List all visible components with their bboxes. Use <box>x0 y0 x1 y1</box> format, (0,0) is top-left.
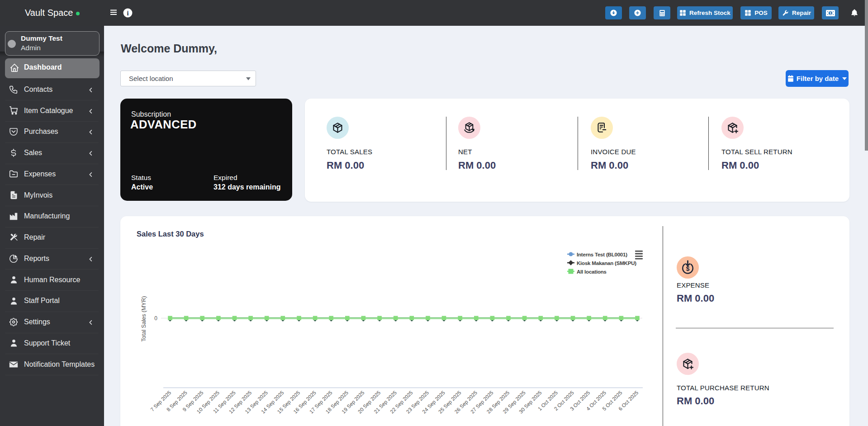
svg-text:All locations: All locations <box>577 269 607 275</box>
svg-text:Interns Test (BL0001): Interns Test (BL0001) <box>577 252 627 257</box>
svg-text:1: 1 <box>829 11 831 15</box>
svg-text:$: $ <box>686 265 690 272</box>
svg-text:i: i <box>127 9 128 17</box>
svg-text:Kiosk Makanan (SMKPU): Kiosk Makanan (SMKPU) <box>577 260 636 266</box>
